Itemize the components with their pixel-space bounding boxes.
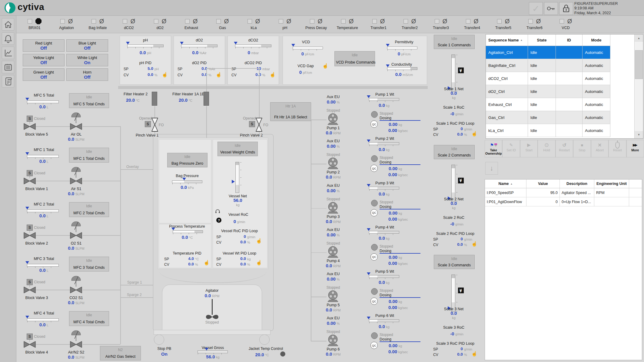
tab-checkbox[interactable]	[60, 19, 65, 24]
scale-commands-button[interactable]: Idle Scale 1 Commands	[434, 35, 475, 49]
manual-mode-hand-icon[interactable]	[256, 260, 262, 265]
device-tab[interactable]: Transfer1	[363, 16, 394, 30]
light-toggle-button[interactable]: Yellow Light Off	[23, 54, 65, 66]
tab-checkbox[interactable]	[154, 19, 158, 24]
download-parameters-button[interactable]	[485, 162, 498, 175]
manual-mode-hand-icon[interactable]	[216, 72, 222, 77]
sidebar-item-reports[interactable]	[2, 75, 14, 87]
manual-mode-hand-icon[interactable]	[322, 63, 328, 69]
light-toggle-button[interactable]: Red Light Off	[23, 39, 65, 52]
tab-checkbox[interactable]	[279, 19, 283, 24]
tab-checkbox[interactable]	[185, 19, 190, 24]
tab-brx01[interactable]: BRX01	[19, 16, 50, 30]
device-tab[interactable]: Temperature	[332, 16, 363, 30]
scroll-thumb[interactable]	[635, 50, 643, 79]
filter-heater2-icon[interactable]	[152, 92, 157, 106]
sequence-row[interactable]: Gas_Ctrl Idle Automatic	[486, 111, 610, 124]
block-valve-icon[interactable]	[24, 123, 36, 130]
tab-checkbox[interactable]	[435, 19, 439, 24]
mfc-valve-icon[interactable]	[70, 178, 82, 184]
device-tab[interactable]: Exhaust	[176, 16, 207, 30]
tab-checkbox[interactable]	[123, 19, 127, 24]
pump-icon[interactable]	[327, 290, 339, 302]
toolbar-button[interactable]: Start	[520, 140, 538, 157]
filter-heater1-icon[interactable]	[204, 92, 209, 106]
help-icon[interactable]: ?	[216, 218, 221, 223]
toolbar-button[interactable]: Stop	[573, 140, 591, 157]
parameter-row[interactable]: I:P00_SpeedSP 95.0 Agitator Speed ... RP…	[485, 188, 642, 197]
pump-icon[interactable]	[327, 157, 339, 169]
column-header-mode[interactable]: Mode	[583, 35, 610, 46]
sequence-row[interactable]: dO2_Ctrl Idle Automatic	[486, 85, 610, 98]
column-header-name[interactable]: Name	[485, 179, 526, 188]
tab-checkbox[interactable]	[310, 19, 314, 24]
block-valve-icon[interactable]	[24, 341, 36, 348]
manual-mode-hand-icon[interactable]	[162, 72, 168, 77]
device-tab[interactable]: Gas	[207, 16, 238, 30]
device-tab[interactable]: Transfer2	[394, 16, 425, 30]
column-header-state[interactable]: State	[528, 35, 556, 46]
parameter-row[interactable]: I:P01_AgitDownFlow 0 0=Up Flow 1=D...	[485, 197, 642, 206]
pinch-valve1-icon[interactable]	[151, 117, 158, 132]
scroll-down-arrow[interactable]: ▼	[635, 131, 643, 138]
sidebar-item-trends[interactable]	[2, 47, 14, 59]
target-chevron-icon[interactable]	[458, 288, 464, 293]
toolbar-button[interactable]: Hold	[538, 140, 555, 157]
scroll-up-arrow[interactable]: ▲	[635, 35, 643, 42]
tab-checkbox[interactable]	[341, 19, 346, 24]
tab-checkbox[interactable]	[372, 19, 377, 24]
impeller-icon[interactable]	[205, 314, 219, 320]
toolbar-button[interactable]: Abort	[591, 140, 609, 157]
device-tab[interactable]: Press Decay	[300, 16, 332, 30]
sequence-row[interactable]: BagInflate_Ctrl Idle Automatic	[486, 59, 610, 72]
vessel-weight-commands-button[interactable]: Idle Vessel Weight Cmds	[217, 142, 258, 156]
block-valve-icon[interactable]	[24, 287, 36, 293]
target-chevron-icon[interactable]	[458, 178, 464, 183]
sidebar-item-batch-log[interactable]	[2, 61, 14, 73]
tab-checkbox[interactable]	[28, 19, 32, 24]
block-valve-icon[interactable]	[24, 178, 36, 184]
mfc-total-commands-button[interactable]: Idle MFC 2 Total Cmds	[69, 202, 109, 217]
scale-commands-button[interactable]: Idle Scale 2 Commands	[434, 145, 475, 159]
device-tab[interactable]: pH	[269, 16, 300, 30]
light-toggle-button[interactable]: Blue Light Off	[66, 39, 108, 52]
device-tab[interactable]: dO2	[144, 16, 176, 30]
device-tab[interactable]: Agitation	[51, 16, 82, 30]
mfc-valve-icon[interactable]	[70, 123, 82, 130]
toolbar-button[interactable]: Set ID	[502, 140, 520, 157]
mfc-total-commands-button[interactable]: Idle MFC 3 Total Cmds	[69, 257, 109, 272]
tab-checkbox[interactable]	[559, 19, 564, 24]
column-header-value[interactable]: Value	[526, 179, 560, 188]
light-toggle-button[interactable]: White Light On	[66, 54, 108, 66]
block-valve-icon[interactable]	[24, 232, 36, 239]
column-header-id[interactable]: ID	[556, 35, 583, 46]
light-toggle-button[interactable]: Green Light Off	[23, 68, 65, 81]
column-header-description[interactable]: Description	[560, 179, 594, 188]
manual-mode-hand-icon[interactable]	[204, 260, 210, 265]
pump-icon[interactable]	[327, 334, 339, 346]
toolbar-button[interactable]: Take Ownership	[485, 140, 502, 157]
tab-checkbox[interactable]	[216, 19, 221, 24]
tab-checkbox[interactable]	[528, 19, 533, 24]
sequence-row[interactable]: Agitation_Ctrl Idle Automatic	[486, 46, 610, 59]
device-tab[interactable]: VCD	[550, 16, 581, 30]
pump-icon[interactable]	[327, 202, 339, 214]
pinch-valve2-icon[interactable]	[255, 117, 263, 132]
sidebar-item-alarms[interactable]	[2, 32, 14, 45]
device-tab[interactable]: Bag Inflate	[82, 16, 113, 30]
mfc-valve-icon[interactable]	[70, 287, 82, 293]
device-tab[interactable]: Transfer3	[425, 16, 456, 30]
light-toggle-button[interactable]: Horn Off	[66, 68, 108, 81]
sequence-row[interactable]: kLa_Ctrl Idle Automatic	[486, 124, 610, 137]
manual-mode-hand-icon[interactable]	[256, 238, 262, 244]
tab-checkbox[interactable]	[497, 19, 502, 24]
tab-checkbox[interactable]	[466, 19, 470, 24]
sequence-row[interactable]: Exhaust_Ctrl Idle Automatic	[486, 98, 610, 111]
toolbar-button[interactable]: More	[626, 140, 644, 157]
bag-pressure-zero-button[interactable]: Idle Bag Pressure Zero	[167, 153, 207, 167]
scale-commands-button[interactable]: Idle Scale 3 Commands	[434, 255, 475, 269]
pump-icon[interactable]	[327, 113, 339, 125]
toolbar-button[interactable]: Reset	[609, 140, 626, 157]
lock-button[interactable]	[559, 2, 573, 15]
manual-mode-hand-icon[interactable]	[471, 241, 477, 247]
